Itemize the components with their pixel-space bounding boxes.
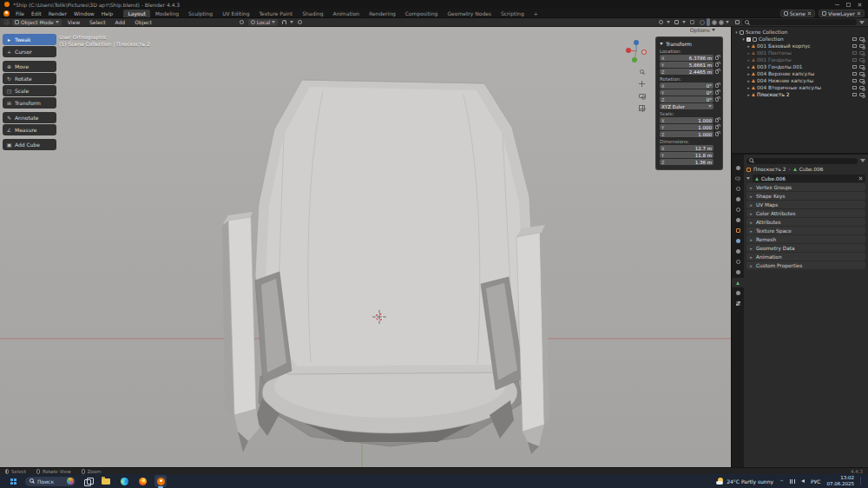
- lock-icon[interactable]: [715, 69, 719, 74]
- task-view-button[interactable]: [82, 475, 94, 487]
- section-animation[interactable]: ▸Animation: [746, 253, 865, 260]
- scale-y-field[interactable]: Y1.000: [660, 124, 713, 130]
- filter-icon[interactable]: [859, 21, 865, 24]
- zoom-icon[interactable]: [637, 67, 647, 76]
- disable-render-icon[interactable]: [859, 79, 865, 82]
- outliner-row-object[interactable]: ▸004 Вторичные капсулы: [732, 84, 868, 91]
- tool-add-cube[interactable]: ▣Add Cube: [3, 139, 56, 150]
- workspace-tab-uv-editing[interactable]: UV Editing: [218, 10, 253, 17]
- menu-file[interactable]: File: [12, 10, 28, 17]
- hide-viewport-icon[interactable]: [852, 86, 857, 89]
- tool-measure[interactable]: ∠Measure: [3, 124, 56, 135]
- outliner-row-scene-collection[interactable]: ▾ Scene Collection: [732, 29, 868, 36]
- viewport-menu-select[interactable]: Select: [86, 18, 109, 26]
- tool-scale[interactable]: ◳Scale: [3, 85, 56, 96]
- taskbar-search[interactable]: Поиск: [25, 477, 76, 486]
- overlays-chevron-icon[interactable]: [682, 21, 686, 23]
- section-custom-properties[interactable]: ▸Custom Properties: [746, 261, 865, 269]
- hide-viewport-icon[interactable]: [852, 44, 857, 48]
- properties-tab-world[interactable]: [732, 215, 744, 225]
- lock-icon[interactable]: [715, 90, 719, 95]
- dimensions-y-field[interactable]: Y11.8 m: [660, 152, 713, 158]
- viewport-canvas[interactable]: User Orthographic (1) Scene Collection |…: [0, 27, 732, 467]
- file-explorer-button[interactable]: [100, 475, 112, 487]
- tool-rotate[interactable]: ↻Rotate: [3, 73, 56, 84]
- dimensions-z-field[interactable]: Z1.36 m: [660, 159, 713, 165]
- properties-tab-modifiers[interactable]: [732, 236, 744, 246]
- taskbar-clock[interactable]: 13:02 07.06.2025: [827, 475, 855, 487]
- outliner-search-input[interactable]: [742, 19, 857, 25]
- section-geometry-data[interactable]: ▸Geometry Data: [746, 244, 865, 252]
- start-button[interactable]: [7, 475, 19, 487]
- outliner-row-object[interactable]: ▸004 Нижние капсулы: [732, 77, 868, 84]
- datablock-chevron-icon[interactable]: [746, 177, 750, 180]
- language-indicator[interactable]: РУС: [811, 478, 820, 485]
- overlays-icon[interactable]: [673, 19, 680, 26]
- section-remesh[interactable]: ▸Remesh: [746, 235, 865, 243]
- shading-rendered-icon[interactable]: [719, 20, 724, 25]
- viewport-menu-view[interactable]: View: [64, 18, 83, 26]
- mesh-datablock-selector[interactable]: Cube.006: [753, 175, 865, 182]
- tool-move[interactable]: ⊕Move: [3, 61, 56, 72]
- properties-search-input[interactable]: [746, 158, 858, 164]
- location-x-field[interactable]: X6.3786 m: [660, 55, 713, 61]
- rotation-mode-selector[interactable]: XYZ Euler: [660, 103, 713, 109]
- expand-icon[interactable]: ▸: [746, 50, 752, 56]
- properties-tab-scene[interactable]: [732, 205, 744, 214]
- tray-expand-chevron[interactable]: ^: [779, 478, 784, 485]
- section-uv-maps[interactable]: ▸UV Maps: [746, 201, 865, 208]
- section-attributes[interactable]: ▸Attributes: [746, 218, 865, 226]
- section-shape-keys[interactable]: ▸Shape Keys: [746, 192, 865, 200]
- snap-magnet-icon[interactable]: [280, 19, 287, 26]
- properties-tab-texture[interactable]: [732, 299, 744, 308]
- disable-render-icon[interactable]: [859, 65, 865, 69]
- workspace-tab-shading[interactable]: Shading: [298, 10, 327, 17]
- properties-tab-object[interactable]: [732, 226, 744, 235]
- gizmo-z-axis[interactable]: [634, 40, 639, 45]
- gizmo-y-axis[interactable]: [632, 57, 637, 63]
- outliner-row-object[interactable]: ▸001 Понтоны: [732, 49, 868, 56]
- expand-icon[interactable]: ▾: [733, 30, 740, 35]
- lock-icon[interactable]: [715, 118, 719, 122]
- hide-viewport-icon[interactable]: [852, 51, 857, 55]
- workspace-tab-scripting[interactable]: Scripting: [496, 10, 529, 17]
- outliner-row-object[interactable]: ▸003 Гондолы.001: [732, 63, 868, 70]
- shading-wireframe-icon[interactable]: [700, 20, 705, 25]
- pivot-point-icon[interactable]: [239, 19, 246, 26]
- rotation-x-field[interactable]: X0°: [660, 82, 713, 89]
- viewport-menu-add[interactable]: Add: [112, 18, 129, 26]
- workspace-tab-geometry-nodes[interactable]: Geometry Nodes: [443, 10, 496, 17]
- menu-window[interactable]: Window: [70, 10, 98, 17]
- workspace-tab-sculpting[interactable]: Sculpting: [184, 10, 217, 17]
- outliner-row-object[interactable]: ▸004 Верхние капсулы: [732, 70, 868, 77]
- scene-selector[interactable]: Scene: [780, 10, 815, 17]
- lock-icon[interactable]: [715, 132, 719, 136]
- disable-render-icon[interactable]: [859, 86, 865, 89]
- view-layer-unlink-icon[interactable]: [857, 11, 861, 16]
- properties-tab-output[interactable]: [732, 184, 744, 194]
- outliner-row-active-object[interactable]: ▸Плоскость 2: [732, 91, 868, 98]
- rotation-y-field[interactable]: Y0°: [660, 89, 713, 96]
- expand-icon[interactable]: ▸: [746, 78, 752, 83]
- lock-icon[interactable]: [715, 56, 719, 60]
- expand-icon[interactable]: ▸: [746, 43, 752, 49]
- section-vertex-groups[interactable]: ▸Vertex Groups: [746, 183, 865, 191]
- tool-transform[interactable]: ⊞Transform: [3, 97, 56, 109]
- ship-model[interactable]: [222, 80, 549, 454]
- editor-type-icon[interactable]: [3, 19, 10, 26]
- hide-viewport-icon[interactable]: [852, 65, 857, 69]
- hide-viewport-icon[interactable]: [852, 37, 857, 41]
- workspace-tab-compositing[interactable]: Compositing: [401, 10, 443, 17]
- move-view-icon[interactable]: [637, 79, 647, 89]
- options-dropdown[interactable]: Options: [690, 27, 715, 33]
- hide-viewport-icon[interactable]: [852, 93, 857, 96]
- transform-panel-header[interactable]: Transform: [660, 40, 719, 47]
- hide-viewport-icon[interactable]: [852, 72, 857, 76]
- properties-tab-render[interactable]: [732, 174, 744, 183]
- workspace-tab-layout[interactable]: Layout: [123, 10, 149, 17]
- menu-help[interactable]: Help: [98, 10, 117, 17]
- shading-solid-active[interactable]: [707, 18, 710, 26]
- expand-icon[interactable]: ▸: [746, 57, 752, 63]
- close-icon[interactable]: [858, 3, 862, 7]
- maximize-icon[interactable]: [846, 3, 851, 7]
